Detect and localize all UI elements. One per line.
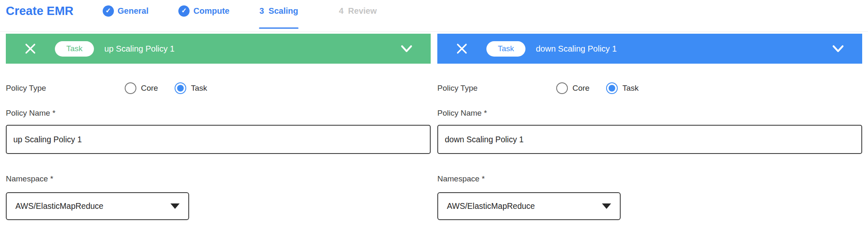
radio-button[interactable] [175, 82, 186, 94]
chevron-down-icon[interactable] [832, 45, 844, 53]
chevron-down-icon[interactable] [401, 45, 412, 53]
radio-option-core[interactable]: Core [125, 82, 158, 94]
namespace-select[interactable]: AWS/ElasticMapReduce [437, 192, 621, 220]
panel-body: Policy Type Core Task Policy Name * Name… [437, 82, 862, 220]
step-label: Review [348, 5, 377, 17]
step-number: 4 [339, 5, 343, 17]
policy-type-label: Policy Type [437, 84, 478, 93]
namespace-label: Namespace * [6, 174, 431, 183]
check-icon: ✓ [103, 5, 114, 17]
step-label: Scaling [269, 5, 298, 17]
policy-kind-badge: Task [486, 41, 525, 57]
caret-down-icon [170, 203, 180, 209]
panel-header[interactable]: Task up Scaling Policy 1 [6, 34, 431, 64]
radio-option-task[interactable]: Task [175, 82, 207, 94]
close-icon[interactable] [456, 43, 467, 54]
close-icon[interactable] [25, 43, 36, 54]
wizard-header: Create EMR ✓ General ✓ Compute ✓ 3 Scali… [0, 0, 868, 32]
step-number: 3 [259, 5, 264, 17]
policy-name-label: Policy Name * [437, 109, 862, 118]
scaling-policies-container: Task up Scaling Policy 1 Policy Type Cor… [0, 32, 868, 220]
wizard-stepper: ✓ General ✓ Compute ✓ 3 Scaling ✓ 4 Revi… [103, 5, 377, 17]
panel-body: Policy Type Core Task Policy Name * Name… [6, 82, 431, 220]
policy-kind-badge: Task [55, 41, 94, 57]
policy-name-label: Policy Name * [6, 109, 431, 118]
step-label: Compute [193, 5, 229, 17]
step-label: General [118, 5, 148, 17]
caret-down-icon [602, 203, 611, 209]
policy-type-row: Policy Type Core Task [437, 82, 862, 94]
policy-type-label: Policy Type [6, 84, 46, 93]
scaling-policy-panel-up: Task up Scaling Policy 1 Policy Type Cor… [6, 34, 431, 220]
radio-label: Task [622, 84, 639, 93]
step-general[interactable]: ✓ General [103, 5, 148, 17]
radio-label: Core [141, 84, 158, 93]
step-compute[interactable]: ✓ Compute [178, 5, 229, 17]
radio-option-core[interactable]: Core [556, 82, 589, 94]
panel-header[interactable]: Task down Scaling Policy 1 [437, 34, 862, 64]
policy-type-options: Core Task [125, 82, 207, 94]
policy-name-input[interactable] [6, 125, 431, 154]
namespace-select[interactable]: AWS/ElasticMapReduce [6, 192, 189, 220]
namespace-selected-value: AWS/ElasticMapReduce [447, 201, 535, 211]
scaling-policy-panel-down: Task down Scaling Policy 1 Policy Type C… [437, 34, 862, 220]
radio-button[interactable] [606, 82, 618, 94]
panel-title: up Scaling Policy 1 [104, 44, 175, 54]
policy-type-options: Core Task [556, 82, 639, 94]
step-scaling[interactable]: ✓ 3 Scaling [259, 5, 298, 17]
namespace-label: Namespace * [437, 174, 862, 183]
radio-option-task[interactable]: Task [606, 82, 639, 94]
policy-type-row: Policy Type Core Task [6, 82, 431, 94]
page-title: Create EMR [6, 5, 74, 17]
check-icon: ✓ [178, 5, 190, 17]
panel-title: down Scaling Policy 1 [536, 44, 617, 54]
radio-label: Core [572, 84, 589, 93]
radio-button[interactable] [125, 82, 136, 94]
policy-name-input[interactable] [437, 125, 862, 154]
radio-label: Task [191, 84, 207, 93]
step-review[interactable]: ✓ 4 Review [339, 5, 377, 17]
radio-button[interactable] [556, 82, 568, 94]
namespace-selected-value: AWS/ElasticMapReduce [15, 201, 104, 211]
